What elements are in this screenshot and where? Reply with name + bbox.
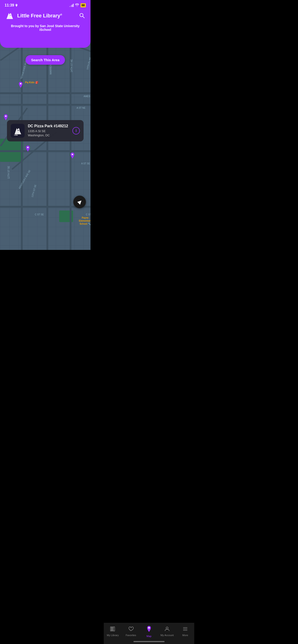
navigation-button[interactable]: ▶ <box>73 196 86 208</box>
search-icon <box>79 12 85 18</box>
logo-registered: ® <box>60 13 62 16</box>
street-h1 <box>0 92 91 94</box>
search-area-button[interactable]: Search This Area <box>26 55 65 65</box>
location-icon <box>15 4 18 7</box>
location-card-address: 1335 A St SE Washington, DC <box>28 129 69 138</box>
search-area-label: Search This Area <box>31 58 59 62</box>
road-label-cst-se-w: C ST SE <box>35 213 44 216</box>
location-address-city: Washington, DC <box>28 134 50 137</box>
signal-bar-4 <box>73 4 74 7</box>
street-v3 <box>70 41 72 250</box>
svg-line-1 <box>83 16 85 18</box>
location-card-logo: Little Free Library. <box>11 124 25 138</box>
signal-bar-3 <box>72 5 72 7</box>
road-label-ast-ne: A ST NE <box>77 107 85 109</box>
header-search-button[interactable] <box>78 12 86 20</box>
header-top: Little Free Library® <box>5 11 86 21</box>
wifi-svg <box>75 4 79 7</box>
road-label-ames: AMES PL NE <box>84 95 91 98</box>
status-time: 11:39 <box>5 3 18 8</box>
header-subtitle: Brought to you by San José State Univers… <box>5 24 86 32</box>
map-pin-2[interactable] <box>3 114 9 121</box>
poi-pq-kids: Pq Kids 🎒 <box>25 81 39 84</box>
status-icons: 68 <box>69 3 86 8</box>
map-container[interactable]: TENNESSEE AVE NE WARREN ST NE 14TH ST NE… <box>0 41 91 250</box>
location-info-button[interactable]: i <box>72 127 80 134</box>
location-card-info: DC Pizza Park #149212 1335 A St SE Washi… <box>28 124 69 138</box>
status-bar: 11:39 68 <box>0 0 91 9</box>
svg-point-4 <box>27 147 29 148</box>
signal-bar-1 <box>69 6 70 7</box>
map-pin-4[interactable] <box>70 152 75 160</box>
svg-point-5 <box>72 154 73 155</box>
battery-level: 68 <box>82 4 85 7</box>
signal-bars <box>69 4 74 7</box>
map-pin-1[interactable] <box>18 82 24 89</box>
location-address-line1: 1335 A St SE <box>28 129 46 133</box>
street-h2 <box>0 104 91 106</box>
logo-name-text: Little Free Library <box>17 13 60 18</box>
app-logo-icon <box>5 11 15 21</box>
logo-text: Little Free Library® <box>17 13 62 19</box>
street-v2 <box>47 41 48 250</box>
lfl-logo-small: Little Free Library. <box>13 126 23 136</box>
battery-indicator: 68 <box>81 3 86 8</box>
road-label-ast-se: A ST SE <box>81 162 90 165</box>
time-display: 11:39 <box>5 3 14 8</box>
road-label-14th: 14TH ST NE <box>70 59 73 72</box>
navigation-arrow-icon: ▶ <box>76 198 83 205</box>
logo-container: Little Free Library® <box>5 11 62 21</box>
svg-point-3 <box>5 116 7 117</box>
location-card-name: DC Pizza Park #149212 <box>28 124 69 128</box>
road-label-12th: 12TH ST SE <box>8 166 10 179</box>
poi-payne: Payne ElementarySchool 🔧 <box>79 216 91 225</box>
street-h3 <box>0 150 91 152</box>
location-card[interactable]: Little Free Library. DC Pizza Park #1492… <box>7 120 84 142</box>
svg-point-0 <box>80 14 83 17</box>
wifi-icon <box>75 4 79 8</box>
map-pin-3[interactable] <box>25 146 31 152</box>
app-header: Little Free Library® Brought to you by S… <box>0 9 91 48</box>
signal-bar-2 <box>71 5 71 7</box>
svg-point-2 <box>20 83 21 84</box>
road-label-cst-se-e: C ST SE <box>86 213 91 216</box>
